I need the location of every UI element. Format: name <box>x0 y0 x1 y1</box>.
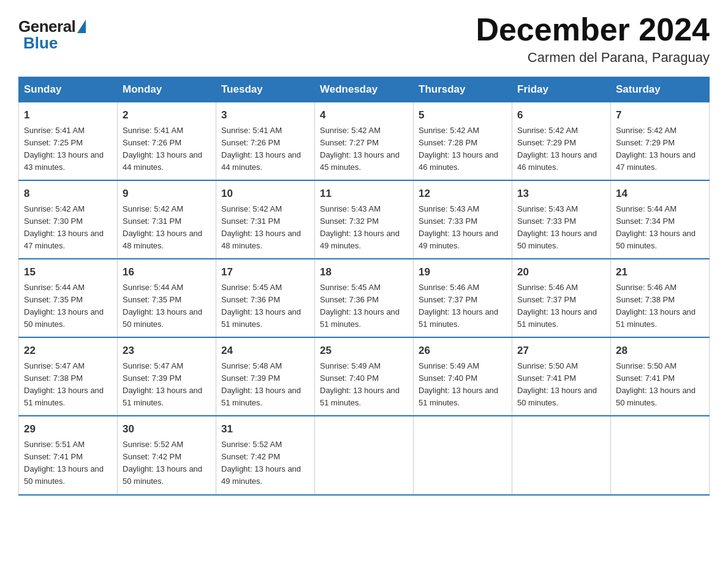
day-info: Sunrise: 5:41 AMSunset: 7:26 PMDaylight:… <box>123 124 211 174</box>
day-number: 18 <box>320 264 408 280</box>
day-info: Sunrise: 5:52 AMSunset: 7:42 PMDaylight:… <box>123 439 211 488</box>
calendar-week-row: 1Sunrise: 5:41 AMSunset: 7:25 PMDaylight… <box>19 102 710 181</box>
calendar-cell: 9Sunrise: 5:42 AMSunset: 7:31 PMDaylight… <box>118 180 216 259</box>
logo-triangle-icon <box>77 20 86 33</box>
calendar-week-row: 29Sunrise: 5:51 AMSunset: 7:41 PMDayligh… <box>19 416 710 494</box>
day-number: 26 <box>419 343 507 359</box>
day-number: 2 <box>123 107 211 123</box>
day-number: 4 <box>320 107 408 123</box>
day-info: Sunrise: 5:46 AMSunset: 7:37 PMDaylight:… <box>517 282 605 331</box>
calendar-week-row: 15Sunrise: 5:44 AMSunset: 7:35 PMDayligh… <box>19 259 710 337</box>
calendar-cell: 8Sunrise: 5:42 AMSunset: 7:30 PMDaylight… <box>19 180 118 259</box>
day-info: Sunrise: 5:44 AMSunset: 7:35 PMDaylight:… <box>24 282 112 331</box>
day-info: Sunrise: 5:42 AMSunset: 7:27 PMDaylight:… <box>320 124 408 174</box>
calendar-cell: 27Sunrise: 5:50 AMSunset: 7:41 PMDayligh… <box>512 337 611 416</box>
calendar-cell: 2Sunrise: 5:41 AMSunset: 7:26 PMDaylight… <box>118 102 216 181</box>
calendar-cell: 25Sunrise: 5:49 AMSunset: 7:40 PMDayligh… <box>315 337 414 416</box>
page-header: General Blue December 2024 Carmen del Pa… <box>18 12 710 66</box>
day-number: 9 <box>123 186 211 202</box>
calendar-week-row: 8Sunrise: 5:42 AMSunset: 7:30 PMDaylight… <box>19 180 710 259</box>
day-number: 16 <box>123 264 211 280</box>
day-number: 30 <box>123 421 211 437</box>
calendar-cell <box>512 416 611 494</box>
header-day-tuesday: Tuesday <box>216 77 315 102</box>
header-day-monday: Monday <box>118 77 216 102</box>
month-title: December 2024 <box>476 12 710 47</box>
calendar-cell: 7Sunrise: 5:42 AMSunset: 7:29 PMDaylight… <box>611 102 710 181</box>
calendar-table: SundayMondayTuesdayWednesdayThursdayFrid… <box>18 77 710 495</box>
calendar-cell: 31Sunrise: 5:52 AMSunset: 7:42 PMDayligh… <box>216 416 315 494</box>
day-info: Sunrise: 5:43 AMSunset: 7:33 PMDaylight:… <box>517 203 605 253</box>
header-day-sunday: Sunday <box>19 77 118 102</box>
day-info: Sunrise: 5:45 AMSunset: 7:36 PMDaylight:… <box>320 282 408 331</box>
day-number: 22 <box>24 343 112 359</box>
calendar-cell: 3Sunrise: 5:41 AMSunset: 7:26 PMDaylight… <box>216 102 315 181</box>
calendar-cell: 17Sunrise: 5:45 AMSunset: 7:36 PMDayligh… <box>216 259 315 337</box>
header-day-thursday: Thursday <box>414 77 512 102</box>
day-info: Sunrise: 5:41 AMSunset: 7:26 PMDaylight:… <box>221 124 309 174</box>
day-number: 25 <box>320 343 408 359</box>
day-info: Sunrise: 5:43 AMSunset: 7:32 PMDaylight:… <box>320 203 408 253</box>
day-number: 27 <box>517 343 605 359</box>
day-number: 31 <box>221 421 309 437</box>
logo: General Blue <box>18 17 86 53</box>
calendar-cell <box>611 416 710 494</box>
day-number: 6 <box>517 107 605 123</box>
calendar-cell: 22Sunrise: 5:47 AMSunset: 7:38 PMDayligh… <box>19 337 118 416</box>
day-number: 10 <box>221 186 309 202</box>
logo-blue-text: Blue <box>23 34 58 53</box>
day-number: 11 <box>320 186 408 202</box>
calendar-cell: 30Sunrise: 5:52 AMSunset: 7:42 PMDayligh… <box>118 416 216 494</box>
calendar-cell: 10Sunrise: 5:42 AMSunset: 7:31 PMDayligh… <box>216 180 315 259</box>
calendar-cell: 6Sunrise: 5:42 AMSunset: 7:29 PMDaylight… <box>512 102 611 181</box>
day-info: Sunrise: 5:42 AMSunset: 7:29 PMDaylight:… <box>616 124 704 174</box>
day-info: Sunrise: 5:44 AMSunset: 7:35 PMDaylight:… <box>123 282 211 331</box>
day-info: Sunrise: 5:47 AMSunset: 7:38 PMDaylight:… <box>24 360 112 410</box>
calendar-header-row: SundayMondayTuesdayWednesdayThursdayFrid… <box>19 77 710 102</box>
calendar-cell: 23Sunrise: 5:47 AMSunset: 7:39 PMDayligh… <box>118 337 216 416</box>
day-info: Sunrise: 5:41 AMSunset: 7:25 PMDaylight:… <box>24 124 112 174</box>
title-block: December 2024 Carmen del Parana, Paragua… <box>476 12 710 66</box>
day-number: 13 <box>517 186 605 202</box>
calendar-cell: 21Sunrise: 5:46 AMSunset: 7:38 PMDayligh… <box>611 259 710 337</box>
calendar-cell: 5Sunrise: 5:42 AMSunset: 7:28 PMDaylight… <box>414 102 512 181</box>
day-info: Sunrise: 5:50 AMSunset: 7:41 PMDaylight:… <box>616 360 704 410</box>
day-info: Sunrise: 5:43 AMSunset: 7:33 PMDaylight:… <box>419 203 507 253</box>
calendar-week-row: 22Sunrise: 5:47 AMSunset: 7:38 PMDayligh… <box>19 337 710 416</box>
day-info: Sunrise: 5:42 AMSunset: 7:31 PMDaylight:… <box>221 203 309 253</box>
calendar-cell: 24Sunrise: 5:48 AMSunset: 7:39 PMDayligh… <box>216 337 315 416</box>
day-info: Sunrise: 5:42 AMSunset: 7:30 PMDaylight:… <box>24 203 112 253</box>
calendar-cell: 4Sunrise: 5:42 AMSunset: 7:27 PMDaylight… <box>315 102 414 181</box>
day-number: 7 <box>616 107 704 123</box>
calendar-cell: 15Sunrise: 5:44 AMSunset: 7:35 PMDayligh… <box>19 259 118 337</box>
day-number: 20 <box>517 264 605 280</box>
day-number: 17 <box>221 264 309 280</box>
day-number: 21 <box>616 264 704 280</box>
calendar-cell: 1Sunrise: 5:41 AMSunset: 7:25 PMDaylight… <box>19 102 118 181</box>
day-info: Sunrise: 5:46 AMSunset: 7:38 PMDaylight:… <box>616 282 704 331</box>
day-number: 28 <box>616 343 704 359</box>
calendar-cell: 14Sunrise: 5:44 AMSunset: 7:34 PMDayligh… <box>611 180 710 259</box>
day-number: 23 <box>123 343 211 359</box>
calendar-cell: 11Sunrise: 5:43 AMSunset: 7:32 PMDayligh… <box>315 180 414 259</box>
day-number: 1 <box>24 107 112 123</box>
calendar-cell: 26Sunrise: 5:49 AMSunset: 7:40 PMDayligh… <box>414 337 512 416</box>
day-info: Sunrise: 5:42 AMSunset: 7:28 PMDaylight:… <box>419 124 507 174</box>
header-day-saturday: Saturday <box>611 77 710 102</box>
day-info: Sunrise: 5:47 AMSunset: 7:39 PMDaylight:… <box>123 360 211 410</box>
day-info: Sunrise: 5:42 AMSunset: 7:31 PMDaylight:… <box>123 203 211 253</box>
day-number: 14 <box>616 186 704 202</box>
calendar-cell <box>315 416 414 494</box>
day-number: 15 <box>24 264 112 280</box>
day-number: 12 <box>419 186 507 202</box>
day-info: Sunrise: 5:49 AMSunset: 7:40 PMDaylight:… <box>419 360 507 410</box>
day-number: 5 <box>419 107 507 123</box>
calendar-cell: 28Sunrise: 5:50 AMSunset: 7:41 PMDayligh… <box>611 337 710 416</box>
day-number: 19 <box>419 264 507 280</box>
calendar-cell: 16Sunrise: 5:44 AMSunset: 7:35 PMDayligh… <box>118 259 216 337</box>
calendar-cell: 29Sunrise: 5:51 AMSunset: 7:41 PMDayligh… <box>19 416 118 494</box>
calendar-cell: 13Sunrise: 5:43 AMSunset: 7:33 PMDayligh… <box>512 180 611 259</box>
calendar-cell: 19Sunrise: 5:46 AMSunset: 7:37 PMDayligh… <box>414 259 512 337</box>
day-number: 29 <box>24 421 112 437</box>
day-info: Sunrise: 5:42 AMSunset: 7:29 PMDaylight:… <box>517 124 605 174</box>
